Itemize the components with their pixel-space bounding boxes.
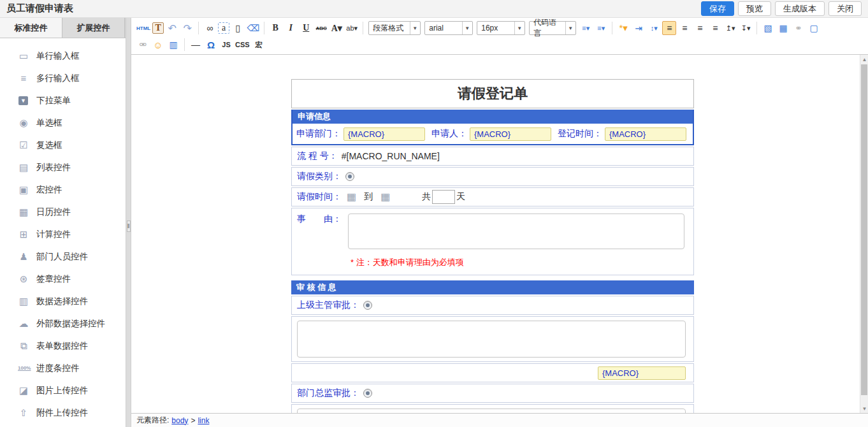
form-data-icon: ⧉ [18, 340, 29, 352]
supervisor-radio[interactable] [363, 301, 372, 310]
sidebar-item-single-line-input[interactable]: ▭单行输入框 [0, 45, 126, 67]
insert-js-icon[interactable]: JS [219, 38, 233, 52]
days-input[interactable] [432, 190, 455, 204]
dept-macro-input[interactable]: {MACRO} [344, 127, 425, 141]
paste-text-icon[interactable]: T [152, 22, 164, 34]
reason-row: 事 由： * 注：天数和申请理由为必填项 [291, 208, 694, 275]
indent-icon[interactable]: ⇥ [632, 21, 646, 35]
align-left-icon[interactable]: ≡ [662, 21, 676, 35]
sidebar-item-dept-person-control[interactable]: ♟部门人员控件 [0, 245, 126, 268]
chevron-down-icon: ▼ [565, 22, 573, 34]
bold-icon[interactable]: B [268, 21, 282, 35]
end-date-calendar-icon[interactable]: ▦ [380, 192, 390, 202]
new-page-icon[interactable]: ▯ [231, 21, 245, 35]
supervisor-macro-input[interactable]: {MACRO} [598, 366, 686, 380]
align-justify-icon[interactable]: ≡ [708, 21, 722, 35]
director-comment-textarea[interactable] [297, 409, 686, 413]
sidebar-item-macro-control[interactable]: ▣宏控件 [0, 178, 126, 201]
sidebar-item-image-upload-control[interactable]: ◪图片上传控件 [0, 379, 126, 402]
generate-version-button[interactable]: 生成版本 [775, 1, 825, 16]
font-size-select[interactable]: 16px▼ [477, 21, 525, 35]
start-date-calendar-icon[interactable]: ▦ [347, 192, 356, 202]
sidebar-item-calc-control[interactable]: ⊞计算控件 [0, 223, 126, 245]
insert-css-icon[interactable]: CSS [235, 38, 250, 52]
valign-bottom-icon[interactable]: ↧▾ [739, 21, 753, 35]
find-replace-icon[interactable]: ∞ [203, 21, 217, 35]
insert-image-icon[interactable]: ▧ [761, 21, 775, 35]
font-family-select[interactable]: arial▼ [424, 21, 473, 35]
scroll-down-icon[interactable]: ▼ [860, 404, 868, 413]
save-button[interactable]: 保存 [701, 1, 734, 16]
director-radio[interactable] [363, 389, 372, 398]
sidebar-item-radio-box[interactable]: ◉单选框 [0, 112, 126, 134]
font-color-icon[interactable]: A▾ [329, 21, 344, 35]
sidebar-item-list-control[interactable]: ▤列表控件 [0, 156, 126, 178]
insert-table-icon[interactable]: ▦ [776, 21, 790, 35]
sidebar-item-progress-control[interactable]: 100%进度条控件 [0, 357, 126, 379]
code-language-select[interactable]: 代码语言▼ [529, 21, 576, 35]
splitter-grip-icon[interactable]: ‖ [127, 221, 131, 232]
sidebar-item-dropdown-menu[interactable]: ▼下拉菜单 [0, 89, 126, 112]
flow-number-label: 流 程 号： [297, 150, 338, 162]
format-brush-icon[interactable]: *▾ [616, 21, 630, 35]
sidebar-item-data-select-control[interactable]: ▥数据选择控件 [0, 290, 126, 312]
sidebar-item-calendar-control[interactable]: ▦日历控件 [0, 201, 126, 223]
emoticon-icon[interactable]: ☺ [151, 38, 165, 52]
reason-textarea[interactable] [348, 214, 684, 249]
valign-top-icon[interactable]: ↥▾ [723, 21, 737, 35]
html-source-icon[interactable]: HTML [136, 21, 151, 35]
align-right-icon[interactable]: ≡ [693, 21, 707, 35]
insert-link-icon[interactable]: ⚭ [792, 21, 806, 35]
close-button[interactable]: 关闭 [828, 1, 862, 16]
panel-splitter[interactable]: ‖ [126, 18, 131, 427]
underline-icon[interactable]: U [299, 21, 313, 35]
progress-100-icon: 100% [18, 365, 29, 371]
director-comment-row [291, 404, 694, 413]
tab-extended-controls[interactable]: 扩展控件 [62, 18, 125, 38]
path-body-link[interactable]: body [171, 416, 188, 425]
tab-standard-controls[interactable]: 标准控件 [0, 18, 62, 38]
director-row: 部门总监审批： [291, 384, 694, 403]
supervisor-comment-textarea[interactable] [297, 321, 686, 358]
list-icon: ▤ [18, 162, 29, 173]
preview-button[interactable]: 预览 [738, 1, 771, 16]
insert-macro-icon[interactable]: 宏 [252, 38, 266, 52]
chevron-down-icon: ▼ [462, 22, 470, 34]
unordered-list-icon[interactable]: ≡▾ [594, 21, 608, 35]
applicant-macro-input[interactable]: {MACRO} [470, 127, 551, 141]
select-all-icon[interactable]: a [218, 22, 229, 34]
unlink-icon[interactable]: ⚮ [136, 38, 150, 52]
horizontal-rule-icon[interactable]: — [189, 38, 203, 52]
paragraph-format-select[interactable]: 段落格式▼ [368, 21, 421, 35]
fullscreen-icon[interactable]: ▢ [807, 21, 821, 35]
sidebar-item-seal-control[interactable]: ⊛签章控件 [0, 268, 126, 290]
line-height-icon[interactable]: ↕▾ [647, 21, 661, 35]
supervisor-macro-row: {MACRO} [291, 363, 694, 382]
vertical-scrollbar[interactable]: ▲ ▼ [860, 55, 868, 413]
undo-icon[interactable]: ↶ [165, 21, 179, 35]
sidebar-item-form-data-control[interactable]: ⧉表单数据控件 [0, 335, 126, 357]
editor-canvas[interactable]: 请假登记单 申请信息 申请部门： {MACRO} 申请人： {MACRO} 登记… [131, 55, 868, 413]
remove-format-icon[interactable]: ⌫ [246, 21, 260, 35]
scroll-up-icon[interactable]: ▲ [860, 55, 868, 64]
ordered-list-icon[interactable]: ≡▾ [579, 21, 593, 35]
italic-icon[interactable]: I [284, 21, 298, 35]
multi-line-input-icon: ≡ [18, 73, 29, 83]
leave-type-radio[interactable] [345, 172, 354, 181]
redo-icon[interactable]: ↷ [180, 21, 194, 35]
page-layout-icon[interactable]: ▥ [166, 38, 180, 52]
sidebar-item-external-data-control[interactable]: ☁外部数据选择控件 [0, 312, 126, 335]
sidebar-item-file-upload-control[interactable]: ⇧附件上传控件 [0, 402, 126, 424]
apply-info-header: 申请信息 [293, 110, 693, 124]
register-time-macro-input[interactable]: {MACRO} [605, 127, 686, 141]
path-link-link[interactable]: link [198, 416, 209, 425]
highlight-color-icon[interactable]: ab▾ [345, 21, 359, 35]
special-char-icon[interactable]: Ω [204, 38, 218, 52]
align-center-icon[interactable]: ≡ [677, 21, 691, 35]
toolbar-row-1: HTML T ↶ ↷ ∞ a ▯ ⌫ B I U ABC A▾ ab▾ 段落格式… [135, 20, 865, 36]
strikethrough-icon[interactable]: ABC [314, 21, 328, 35]
sidebar-item-multi-line-input[interactable]: ≡多行输入框 [0, 67, 126, 89]
sidebar-item-checkbox[interactable]: ☑复选框 [0, 134, 126, 156]
leave-type-row: 请假类别： [291, 167, 694, 186]
scrollbar-thumb[interactable] [861, 64, 867, 395]
